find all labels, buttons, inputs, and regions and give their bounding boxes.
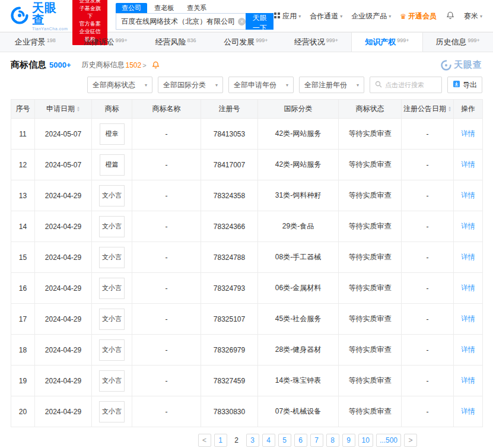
trademark-image[interactable]: 文小言	[99, 185, 125, 206]
detail-link[interactable]: 详情	[461, 222, 475, 230]
tab-intellectual-property[interactable]: 知识产权999+	[351, 33, 422, 52]
filter-trademark-status[interactable]: 全部商标状态▾	[87, 77, 152, 93]
detail-link[interactable]: 详情	[461, 160, 475, 169]
detail-link[interactable]: 详情	[461, 345, 475, 354]
prev-page-button[interactable]: <	[198, 434, 211, 447]
sort-icon[interactable]: ▲▼	[77, 106, 80, 112]
nav-enterprise-products[interactable]: 企业级产品▾	[351, 11, 391, 21]
page-button-3[interactable]: 3	[246, 434, 259, 447]
trademark-image[interactable]: 文小言	[99, 309, 125, 330]
page-button-11[interactable]: ...500	[376, 434, 401, 447]
page-button-1[interactable]: 1	[214, 434, 227, 447]
trademark-name: -	[132, 119, 201, 150]
sort-icon[interactable]: ▲▼	[448, 106, 451, 112]
tab-intellectual-property-count: 999+	[397, 37, 409, 43]
apply-date: 2024-04-29	[35, 180, 92, 211]
chevron-down-icon: ▾	[215, 82, 218, 88]
history-trademark-link[interactable]: 历史商标信息 1502 >	[82, 60, 147, 70]
detail-link[interactable]: 详情	[461, 314, 475, 323]
page-button-8[interactable]: 8	[326, 434, 339, 447]
filter-intl-class[interactable]: 全部国际分类▾	[158, 77, 223, 93]
intl-class: 29类-食品	[258, 211, 339, 242]
search-area: 查公司查老板查关系 × 天眼一下	[116, 3, 273, 30]
action-cell: 详情	[454, 242, 483, 273]
notification-bell[interactable]	[446, 11, 455, 22]
nav-open-vip-label: 开通会员	[408, 11, 437, 21]
trademark-image[interactable]: 文小言	[99, 216, 125, 237]
company-search-input[interactable]	[116, 17, 238, 26]
trademark-image[interactable]: 文小言	[99, 278, 125, 299]
table-header-row: 序号申请日期▲▼商标商标名称注册号国际分类商标状态注册公告日期▲▼操作	[11, 100, 483, 119]
tab-operating-status[interactable]: 经营状况999+	[281, 33, 351, 52]
action-cell: 详情	[454, 211, 483, 242]
publication-date: -	[402, 273, 454, 304]
page-button-4[interactable]: 4	[262, 434, 275, 447]
next-page-button[interactable]: >	[404, 434, 417, 447]
search-tab-relation[interactable]: 查关系	[181, 3, 212, 13]
tianyancha-logo[interactable]: 天眼查 TianYanCha.com	[11, 2, 68, 31]
apply-date: 2024-04-29	[35, 242, 92, 273]
search-tab-company[interactable]: 查公司	[116, 3, 147, 13]
filter-register-year[interactable]: 全部注册年份▾	[299, 77, 364, 93]
logo-subtitle: TianYanCha.com	[32, 27, 68, 31]
trademark-image[interactable]: 橙篇	[100, 154, 125, 176]
logo-text: 天眼查 TianYanCha.com	[32, 2, 68, 31]
nav-user-label: 赛米	[464, 11, 478, 21]
tab-company-development[interactable]: 公司发展999+	[211, 33, 281, 52]
detail-link[interactable]: 详情	[461, 284, 475, 292]
registration-number: 78417007	[201, 150, 258, 180]
intl-class: 07类-机械设备	[258, 396, 339, 427]
tab-operating-risk[interactable]: 经营风险836	[141, 33, 211, 52]
detail-link[interactable]: 详情	[461, 407, 475, 415]
table-row: 112024-05-07橙章-7841305342类-网站服务等待实质审查-详情	[11, 119, 483, 150]
registration-number: 78327459	[201, 366, 258, 396]
page-button-2[interactable]: 2	[230, 434, 243, 447]
detail-link[interactable]: 详情	[461, 376, 475, 385]
nav-apps-label: 应用	[282, 11, 297, 21]
trademark-image[interactable]: 文小言	[99, 401, 125, 422]
page-button-5[interactable]: 5	[278, 434, 291, 447]
detail-link[interactable]: 详情	[461, 191, 475, 199]
section-title: 商标信息	[11, 59, 46, 71]
tianyancha-eye-icon	[11, 7, 28, 27]
tab-company-background-count: 198	[47, 37, 56, 43]
sort-desc-icon: ▼	[77, 109, 80, 112]
nav-apps[interactable]: 应用▾	[273, 11, 301, 21]
detail-link[interactable]: 详情	[461, 129, 475, 138]
col-apply-date[interactable]: 申请日期▲▼	[35, 100, 92, 119]
tab-legal-proceedings[interactable]: 法律诉讼999+	[70, 33, 140, 52]
trademark-image[interactable]: 文小言	[99, 339, 125, 361]
page-button-6[interactable]: 6	[294, 434, 307, 447]
col-trademark: 商标	[92, 100, 132, 119]
nav-cooperation[interactable]: 合作通道▾	[310, 11, 342, 21]
nav-open-vip[interactable]: ♛开通会员	[400, 11, 437, 21]
col-publication-date[interactable]: 注册公告日期▲▼	[402, 100, 454, 119]
page-button-9[interactable]: 9	[342, 434, 355, 447]
table-search-input[interactable]: 点击进行搜索	[370, 77, 442, 93]
filter-apply-year[interactable]: 全部申请年份▾	[228, 77, 294, 93]
tab-operating-risk-label: 经营风险	[155, 37, 186, 47]
subscribe-bell-icon[interactable]	[151, 61, 160, 69]
page-button-10[interactable]: 10	[358, 434, 373, 447]
action-cell: 详情	[454, 366, 483, 396]
detail-link[interactable]: 详情	[461, 253, 475, 261]
intl-class: 08类-手工器械	[258, 242, 339, 273]
tab-company-development-count: 999+	[256, 37, 268, 43]
clear-icon[interactable]: ×	[238, 18, 246, 26]
col-index-label: 序号	[16, 104, 30, 113]
search-button[interactable]: 天眼一下	[246, 13, 273, 30]
trademark-image[interactable]: 文小言	[99, 370, 125, 392]
nav-user[interactable]: 赛米▾	[464, 11, 482, 21]
col-trademark-status-label: 商标状态	[356, 104, 384, 113]
action-cell: 详情	[454, 150, 483, 180]
search-tab-boss[interactable]: 查老板	[148, 3, 180, 13]
search-row: × 天眼一下	[116, 13, 273, 30]
tab-history-info[interactable]: 历史信息999+	[423, 33, 493, 52]
page-button-7[interactable]: 7	[310, 434, 323, 447]
tab-company-background[interactable]: 企业背景198	[0, 33, 70, 52]
trademark-image[interactable]: 文小言	[99, 247, 125, 268]
trademark-image[interactable]: 橙章	[100, 123, 125, 145]
trademark-cell: 橙篇	[92, 150, 132, 180]
export-button[interactable]: 导出	[447, 77, 482, 93]
registration-number: 78413053	[201, 119, 258, 150]
